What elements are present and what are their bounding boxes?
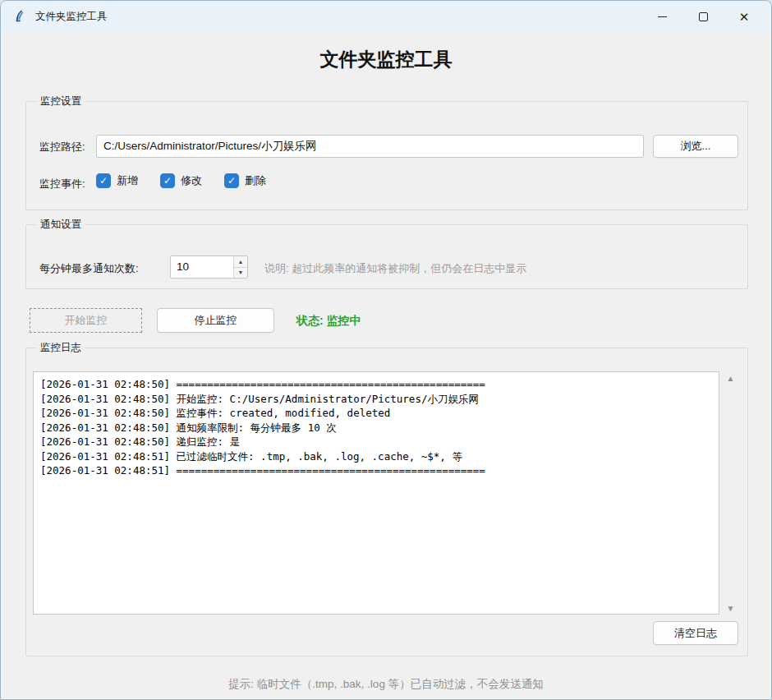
checkbox-created-label: 新增 — [117, 173, 138, 188]
path-label: 监控路径: — [39, 140, 85, 154]
rate-label: 每分钟最多通知次数: — [39, 261, 139, 276]
title-bar: 文件夹监控工具 ✕ — [1, 1, 771, 32]
log-group-label: 监控日志 — [36, 341, 85, 355]
status-text: 状态: 监控中 — [296, 314, 361, 329]
log-textarea[interactable]: [2026-01-31 02:48:50] ==================… — [33, 371, 719, 615]
log-lines: [2026-01-31 02:48:50] ==================… — [34, 372, 719, 483]
path-input[interactable] — [96, 135, 644, 158]
monitor-settings-group-label: 监控设置 — [36, 94, 85, 108]
check-icon: ✓ — [224, 173, 239, 188]
window-title: 文件夹监控工具 — [35, 10, 108, 24]
notify-settings-group-label: 通知设置 — [36, 218, 85, 232]
browse-button[interactable]: 浏览... — [653, 135, 738, 158]
rate-value[interactable]: 10 — [171, 256, 233, 278]
spin-up-icon: ▲ — [238, 259, 244, 265]
check-icon: ✓ — [160, 173, 175, 188]
checkbox-modified[interactable]: ✓ 修改 — [160, 173, 202, 188]
scroll-up-icon[interactable]: ▲ — [723, 371, 738, 385]
log-scrollbar[interactable]: ▲ ▼ — [723, 371, 738, 615]
check-icon: ✓ — [96, 173, 111, 188]
spin-arrows: ▲ ▼ — [233, 256, 247, 278]
rate-hint: 说明: 超过此频率的通知将被抑制，但仍会在日志中显示 — [264, 261, 526, 276]
spin-down-button[interactable]: ▼ — [234, 268, 247, 279]
checkbox-deleted-label: 删除 — [245, 173, 266, 188]
app-window: 文件夹监控工具 ✕ 文件夹监控工具 监控设置 监控路径: 浏览... 监控事件:… — [0, 0, 772, 700]
rate-spinbox[interactable]: 10 ▲ ▼ — [170, 256, 248, 279]
maximize-button[interactable] — [682, 1, 724, 32]
scroll-down-icon[interactable]: ▼ — [723, 601, 738, 615]
checkbox-modified-label: 修改 — [181, 173, 202, 188]
stop-monitor-button[interactable]: 停止监控 — [157, 308, 274, 333]
maximize-icon — [699, 12, 708, 21]
clear-log-button[interactable]: 清空日志 — [653, 621, 738, 645]
monitor-settings-group: 监控设置 监控路径: 浏览... 监控事件: ✓ 新增 ✓ 修改 ✓ 删除 — [25, 101, 748, 210]
minimize-button[interactable] — [641, 1, 682, 32]
page-title: 文件夹监控工具 — [1, 47, 771, 72]
spin-down-icon: ▼ — [238, 269, 244, 275]
close-icon: ✕ — [739, 11, 750, 23]
notify-settings-group: 通知设置 每分钟最多通知次数: 10 ▲ ▼ 说明: 超过此频率的通知将被抑制，… — [25, 224, 748, 289]
start-monitor-button[interactable]: 开始监控 — [30, 308, 142, 333]
minimize-icon — [658, 16, 667, 17]
checkbox-deleted[interactable]: ✓ 删除 — [224, 173, 266, 188]
checkbox-created[interactable]: ✓ 新增 — [96, 173, 138, 188]
python-feather-icon — [12, 9, 27, 24]
events-label: 监控事件: — [39, 177, 85, 191]
close-button[interactable]: ✕ — [724, 1, 765, 32]
events-checkbox-row: ✓ 新增 ✓ 修改 ✓ 删除 — [96, 173, 266, 188]
window-controls: ✕ — [641, 1, 765, 32]
log-group: 监控日志 [2026-01-31 02:48:50] =============… — [25, 348, 748, 656]
footer-hint: 提示: 临时文件（.tmp, .bak, .log 等）已自动过滤，不会发送通知 — [1, 677, 771, 692]
spin-up-button[interactable]: ▲ — [234, 256, 247, 268]
